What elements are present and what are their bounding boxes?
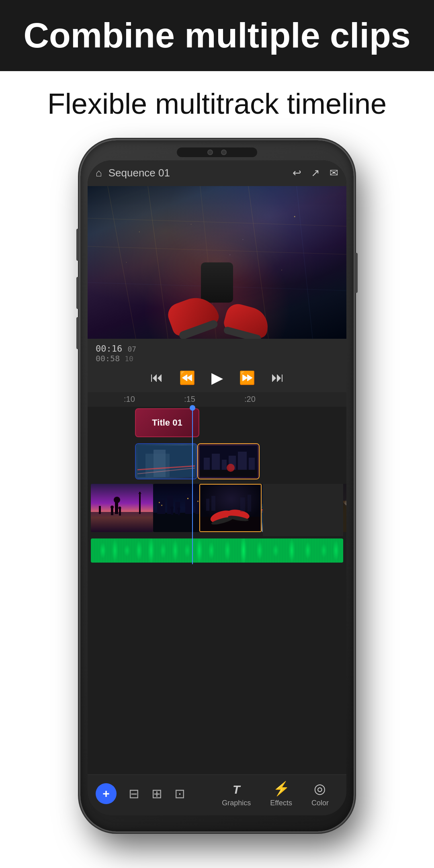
main-clip-3[interactable]: [199, 484, 262, 532]
ruler-mark-10: :10: [124, 395, 135, 404]
phone-device: ⌂ Sequence 01 ↩ ↗ ✉: [80, 140, 354, 831]
split-icon[interactable]: ⊟: [129, 786, 139, 801]
svg-rect-21: [238, 452, 247, 470]
main-clip-1[interactable]: [91, 484, 153, 532]
legs: [201, 262, 233, 303]
svg-point-45: [170, 506, 174, 510]
svg-rect-57: [206, 499, 209, 511]
ruler-mark-20: :20: [244, 395, 256, 404]
toolbar-left-actions: + ⊟ ⊞ ⊡: [96, 783, 185, 804]
cut-icon[interactable]: ⊡: [174, 786, 185, 801]
ruler-mark-15: :15: [184, 395, 195, 404]
title-clip[interactable]: Title 01: [135, 408, 199, 437]
person-silhouette: [157, 250, 277, 339]
phone-screen: ⌂ Sequence 01 ↩ ↗ ✉: [88, 160, 346, 815]
svg-rect-49: [187, 498, 188, 499]
person-air-visual: [200, 485, 261, 531]
speaker-dot: [221, 149, 227, 155]
svg-rect-19: [222, 460, 227, 470]
chat-icon[interactable]: ✉: [330, 167, 338, 179]
share-icon[interactable]: ↗: [311, 167, 320, 179]
title-track: Title 01: [91, 407, 343, 439]
current-time: 00:16 07: [96, 344, 338, 354]
tracks-container: Title 01: [88, 407, 346, 564]
svg-point-28: [114, 497, 120, 503]
svg-rect-11: [154, 450, 166, 477]
step-back-button[interactable]: ⏪: [179, 370, 195, 385]
svg-rect-50: [197, 501, 199, 502]
svg-rect-58: [211, 496, 215, 511]
tab-color[interactable]: ◎ Color: [302, 780, 338, 807]
header-banner: Combine multiple clips: [0, 0, 434, 71]
svg-rect-22: [249, 458, 255, 470]
svg-rect-60: [248, 495, 251, 512]
home-icon[interactable]: ⌂: [96, 167, 102, 179]
plus-icon: +: [102, 787, 110, 800]
time-display: 00:16 07 00:58 10: [96, 344, 338, 363]
svg-rect-25: [91, 512, 153, 532]
add-clip-button[interactable]: +: [96, 783, 117, 804]
current-frame: 07: [127, 345, 136, 353]
track-empty-space: [263, 484, 343, 536]
svg-rect-44: [178, 510, 180, 515]
bottom-toolbar: + ⊟ ⊞ ⊡ T Graphics ⚡ Effects: [88, 774, 346, 815]
broll-clip-1[interactable]: [135, 443, 197, 479]
effects-icon: ⚡: [273, 780, 290, 796]
toolbar-tabs: T Graphics ⚡ Effects ◎ Color: [212, 780, 338, 807]
trim-icon[interactable]: ⊞: [151, 786, 162, 801]
clip-thumbnail-3: [200, 485, 261, 531]
tab-graphics[interactable]: T Graphics: [212, 783, 260, 807]
play-button[interactable]: ▶: [211, 369, 223, 387]
svg-rect-17: [204, 458, 210, 470]
svg-rect-59: [240, 497, 245, 512]
skip-to-end-button[interactable]: ⏭: [271, 370, 284, 385]
svg-rect-37: [157, 500, 165, 514]
svg-rect-48: [161, 505, 162, 506]
svg-point-34: [119, 506, 121, 509]
timeline-section[interactable]: :10 :15 :20 Title 01: [88, 392, 346, 774]
svg-point-23: [227, 464, 235, 472]
title-clip-label: Title 01: [152, 418, 182, 428]
svg-point-33: [111, 506, 114, 509]
total-time: 00:58 10: [96, 354, 338, 363]
playback-section: 00:16 07 00:58 10 ⏮ ⏪ ▶ ⏩ ⏭: [88, 339, 346, 392]
clip-thumbnail-1: [91, 484, 153, 532]
broll-clip-2[interactable]: [197, 443, 260, 479]
video-preview: [88, 186, 346, 339]
svg-point-46: [178, 507, 180, 510]
svg-rect-26: [99, 506, 101, 514]
timeline-ruler: :10 :15 :20: [88, 392, 346, 407]
city-sunset-visual: [91, 484, 153, 532]
svg-rect-32: [119, 509, 121, 516]
main-title: Combine multiple clips: [23, 16, 410, 55]
main-track: [91, 484, 343, 536]
top-bar-actions: ↩ ↗ ✉: [293, 167, 338, 179]
effects-label: Effects: [270, 799, 292, 807]
phone-wrapper: ⌂ Sequence 01 ↩ ↗ ✉: [0, 132, 434, 831]
playhead[interactable]: [192, 407, 193, 564]
subtitle: Flexible multitrack timeline: [0, 71, 434, 132]
broll-track: [91, 441, 343, 481]
sequence-title: Sequence 01: [108, 167, 293, 179]
svg-rect-29: [139, 492, 141, 514]
sneaker-right: [222, 301, 272, 339]
phone-notch: [177, 147, 257, 157]
svg-rect-31: [111, 508, 113, 515]
svg-rect-47: [159, 502, 160, 503]
audio-track: [91, 538, 343, 564]
broll-thumb-1: [136, 444, 197, 479]
svg-rect-18: [212, 454, 220, 470]
front-camera: [207, 149, 213, 155]
color-label: Color: [311, 799, 329, 807]
audio-waveform: [91, 538, 343, 563]
top-bar: ⌂ Sequence 01 ↩ ↗ ✉: [88, 160, 346, 186]
tab-effects[interactable]: ⚡ Effects: [260, 780, 302, 807]
broll-visual-1: [137, 446, 195, 477]
step-forward-button[interactable]: ⏩: [239, 370, 255, 385]
broll-thumb-2: [198, 444, 259, 479]
graphics-icon: T: [233, 783, 240, 796]
waveform-visualization: [91, 538, 343, 563]
undo-icon[interactable]: ↩: [293, 167, 301, 179]
playback-controls: ⏮ ⏪ ▶ ⏩ ⏭: [96, 366, 338, 389]
skip-to-start-button[interactable]: ⏮: [150, 370, 163, 385]
